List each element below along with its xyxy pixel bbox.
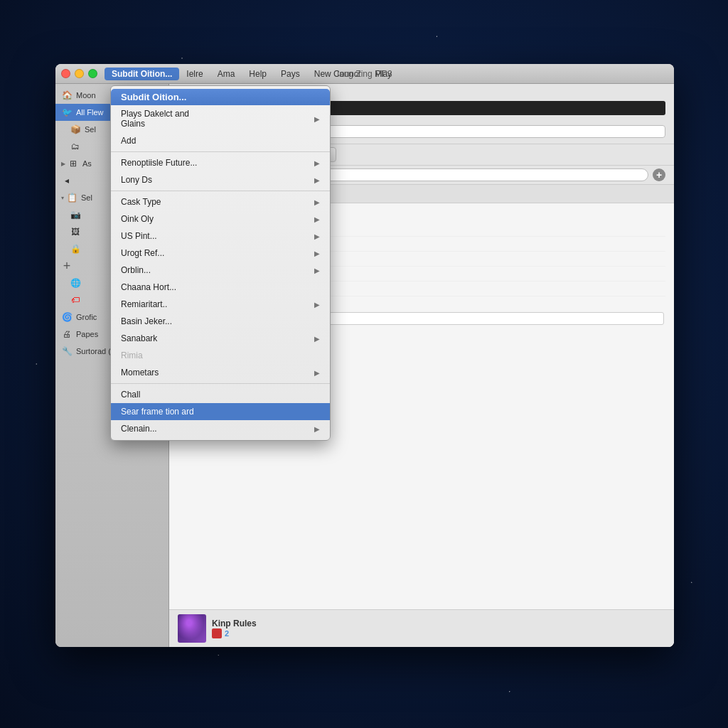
window-title: lang Zing MP3 [337,69,392,79]
red-badge-icon [212,628,222,638]
sidebar-item-moon-label: Moon [76,91,96,100]
tag-icon: 🏷 [70,294,81,306]
printer-icon: 🖨 [61,328,73,340]
ctx-arrow-oink: ▶ [314,215,320,223]
ctx-item-oink[interactable]: Oink Oly ▶ [111,210,330,228]
menu-ielre[interactable]: Ielre [179,68,210,80]
sidebar-item-papes-label: Papes [76,330,98,338]
ctx-item-lony-label: Lony Ds [121,175,152,185]
ctx-separator-2 [111,191,330,191]
sidebar-item-as-label: As [82,159,92,168]
mini-album-art [178,614,206,643]
badge-number: 2 [225,629,229,638]
ctx-item-remiar[interactable]: Remiaritart.. ▶ [111,296,330,313]
sidebar-item-all-flew-label: All Flew [76,108,104,117]
context-menu-header: Subdit Oition... [111,89,330,105]
plus-sidebar-icon: + [61,260,73,272]
ctx-item-renoptiisle-label: Renoptiisle Future... [121,158,197,168]
list-icon: 📋 [66,192,77,203]
ctx-item-sanabark-label: Sanabark [121,333,157,343]
ctx-item-chaana-label: Chaana Hort... [121,282,176,292]
ctx-arrow-mometars: ▶ [314,369,320,377]
ctx-item-chaana[interactable]: Chaana Hort... [111,279,330,296]
lock-icon: 🔒 [70,243,81,255]
ctx-item-mometars[interactable]: Mometars ▶ [111,364,330,381]
menu-help[interactable]: Help [242,68,274,80]
ctx-arrow-renoptiisle: ▶ [314,159,320,167]
titlebar: Subdit Oition... Ielre Ama Help Pays New… [55,64,674,84]
ctx-item-orblin[interactable]: Orblin... ▶ [111,262,330,279]
grid-icon: ⊞ [68,158,79,169]
ctx-item-cask[interactable]: Cask Type ▶ [111,193,330,210]
ctx-arrow-us-pint: ▶ [314,232,320,240]
house-icon: 🏠 [61,90,73,101]
wrench-icon: 🔧 [61,346,73,357]
ctx-item-urogt[interactable]: Urogt Ref... ▶ [111,245,330,262]
ctx-item-plays[interactable]: Plays Dakelct andGlains ▶ [111,105,330,132]
box-icon: 📦 [70,124,81,135]
ctx-item-cask-label: Cask Type [121,197,161,207]
menu-pays[interactable]: Pays [274,68,307,80]
ctx-item-sear[interactable]: Sear frame tion ard [111,403,330,420]
arrow-icon: ◂ [61,175,73,186]
twitter-icon: 🐦 [61,107,73,118]
ctx-item-sanabark[interactable]: Sanabark ▶ [111,330,330,347]
ctx-item-basin-label: Basin Jeker... [121,316,172,326]
ctx-separator-1 [111,151,330,152]
ctx-item-renoptiisle[interactable]: Renoptiisle Future... ▶ [111,154,330,171]
ctx-item-chall-label: Chall [121,390,140,400]
sidebar-item-sel1-label: Sel [85,125,96,134]
ctx-item-add-label: Add [121,136,136,146]
ctx-item-us-pint[interactable]: US Pint... ▶ [111,228,330,245]
ctx-item-sear-label: Sear frame tion ard [121,407,194,417]
ctx-separator-3 [111,383,330,384]
ctx-arrow-clenain: ▶ [314,425,320,433]
ctx-arrow-orblin: ▶ [314,267,320,274]
ctx-item-remiar-label: Remiaritart.. [121,299,167,309]
ctx-item-clenain[interactable]: Clenain... ▶ [111,420,330,437]
menu-ama[interactable]: Ama [210,68,242,80]
maximize-button[interactable] [88,69,97,78]
ctx-arrow-lony: ▶ [314,176,320,184]
bottom-track: Kinp Rules 2 [169,609,674,647]
ctx-arrow-cask: ▶ [314,198,320,206]
folder-icon: 🗂 [70,141,81,152]
bottom-track-title: Kinp Rules [212,619,665,628]
ctx-arrow-plays: ▶ [314,115,320,123]
bottom-track-info: Kinp Rules 2 [212,619,665,638]
ctx-arrow-sanabark: ▶ [314,335,320,343]
ctx-item-us-pint-label: US Pint... [121,231,157,241]
ctx-item-oink-label: Oink Oly [121,214,154,224]
bottom-track-badge: 2 [212,628,665,638]
ctx-item-add[interactable]: Add [111,132,330,149]
ctx-arrow-remiar: ▶ [314,301,320,309]
ctx-item-rimia: Rimia [111,347,330,364]
globe-icon: 🌐 [70,277,81,289]
camera-icon: 📷 [70,209,81,220]
ctx-item-basin[interactable]: Basin Jeker... [111,313,330,330]
image-icon: 🖼 [70,226,81,237]
traffic-lights [61,69,97,78]
spiral-icon: 🌀 [61,311,73,323]
ctx-item-chall[interactable]: Chall [111,386,330,403]
close-button[interactable] [61,69,70,78]
ctx-item-clenain-label: Clenain... [121,424,157,434]
add-button[interactable]: + [653,168,665,181]
sidebar-item-sel2-label: Sel [81,193,92,202]
ctx-item-rimia-label: Rimia [121,350,143,360]
minimize-button[interactable] [75,69,84,78]
sidebar-item-grofic-label: Grofic [76,313,97,321]
ctx-item-lony[interactable]: Lony Ds ▶ [111,171,330,188]
triangle2-icon: ▾ [61,195,64,201]
ctx-item-mometars-label: Mometars [121,368,159,378]
ctx-arrow-urogt: ▶ [314,250,320,257]
ctx-item-urogt-label: Urogt Ref... [121,248,164,258]
menu-subdit[interactable]: Subdit Oition... [105,68,179,80]
ctx-item-plays-label: Plays Dakelct andGlains [121,109,189,129]
triangle-icon: ▶ [61,161,65,167]
context-menu[interactable]: Subdit Oition... Plays Dakelct andGlains… [110,85,331,441]
ctx-item-orblin-label: Orblin... [121,265,151,275]
